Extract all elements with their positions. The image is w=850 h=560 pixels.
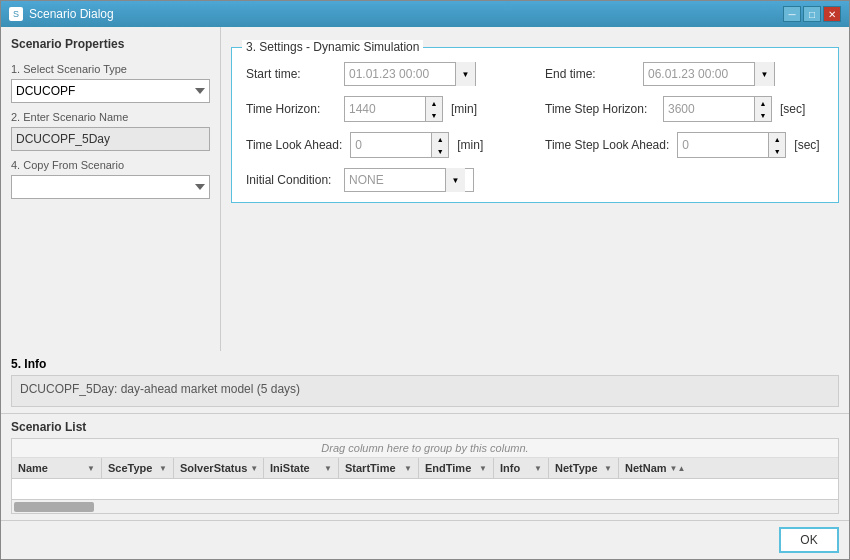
select-scenario-type-section: 1. Select Scenario Type DCUCOPF xyxy=(11,63,210,103)
col-header-starttime[interactable]: StartTime ▼ xyxy=(339,458,419,478)
minimize-button[interactable]: ─ xyxy=(783,6,801,22)
time-look-ahead-unit: [min] xyxy=(457,138,483,152)
end-time-dropdown[interactable]: ▼ xyxy=(643,62,775,86)
initial-condition-input[interactable] xyxy=(345,171,445,189)
col-nettype-arrow: ▼ xyxy=(604,464,612,473)
time-step-horizon-unit: [sec] xyxy=(780,102,805,116)
title-bar-left: S Scenario Dialog xyxy=(9,7,114,21)
time-step-horizon-spinner[interactable]: ▲ ▼ xyxy=(663,96,772,122)
start-time-input[interactable] xyxy=(345,65,455,83)
time-step-horizon-input[interactable] xyxy=(664,97,754,121)
time-step-look-ahead-row: Time Step Look Ahead: ▲ ▼ [sec] xyxy=(545,132,824,158)
title-bar: S Scenario Dialog ─ □ ✕ xyxy=(1,1,849,27)
start-time-row: Start time: ▼ xyxy=(246,62,525,86)
scenario-type-dropdown[interactable]: DCUCOPF xyxy=(11,79,210,103)
time-look-ahead-buttons: ▲ ▼ xyxy=(431,133,448,157)
horizontal-scrollbar[interactable] xyxy=(12,499,838,513)
settings-grid: Start time: ▼ End time: ▼ xyxy=(246,62,824,192)
settings-title: 3. Settings - Dynamic Simulation xyxy=(242,40,423,54)
right-panel: 3. Settings - Dynamic Simulation Start t… xyxy=(221,27,849,351)
col-inistate-arrow: ▼ xyxy=(324,464,332,473)
col-netnam-sort-icon: ▼▲ xyxy=(670,464,686,473)
initial-condition-label: Initial Condition: xyxy=(246,173,336,187)
table-columns-header: Name ▼ SceType ▼ SolverStatus ▼ IniState… xyxy=(12,458,838,479)
col-inistate-label: IniState xyxy=(270,462,310,474)
enter-name-label: 2. Enter Scenario Name xyxy=(11,111,210,123)
initial-condition-row: Initial Condition: ▼ xyxy=(246,168,525,192)
title-bar-controls: ─ □ ✕ xyxy=(783,6,841,22)
col-header-scetype[interactable]: SceType ▼ xyxy=(102,458,174,478)
scenario-name-input[interactable] xyxy=(11,127,210,151)
time-step-look-ahead-up[interactable]: ▲ xyxy=(769,133,785,145)
time-look-ahead-up[interactable]: ▲ xyxy=(432,133,448,145)
ok-button[interactable]: OK xyxy=(779,527,839,553)
time-step-look-ahead-input[interactable] xyxy=(678,133,768,157)
scroll-thumb[interactable] xyxy=(14,502,94,512)
col-header-solverstatus[interactable]: SolverStatus ▼ xyxy=(174,458,264,478)
time-step-look-ahead-unit: [sec] xyxy=(794,138,819,152)
initial-condition-placeholder xyxy=(545,168,824,192)
col-nettype-label: NetType xyxy=(555,462,598,474)
settings-box: 3. Settings - Dynamic Simulation Start t… xyxy=(231,47,839,203)
copy-from-section: 4. Copy From Scenario xyxy=(11,159,210,199)
time-step-horizon-down[interactable]: ▼ xyxy=(755,109,771,121)
col-header-netnam[interactable]: NetNam ▼▲ xyxy=(619,458,684,478)
info-content-box: DCUCOPF_5Day: day-ahead market model (5 … xyxy=(11,375,839,407)
info-outer-section: 5. Info DCUCOPF_5Day: day-ahead market m… xyxy=(1,351,849,413)
table-empty-row xyxy=(12,479,838,499)
col-header-name[interactable]: Name ▼ xyxy=(12,458,102,478)
col-solver-label: SolverStatus xyxy=(180,462,247,474)
restore-button[interactable]: □ xyxy=(803,6,821,22)
time-horizon-down[interactable]: ▼ xyxy=(426,109,442,121)
col-header-info[interactable]: Info ▼ xyxy=(494,458,549,478)
time-look-ahead-down[interactable]: ▼ xyxy=(432,145,448,157)
end-time-input[interactable] xyxy=(644,65,754,83)
start-time-dropdown[interactable]: ▼ xyxy=(344,62,476,86)
initial-condition-dropdown[interactable]: ▼ xyxy=(344,168,474,192)
col-starttime-arrow: ▼ xyxy=(404,464,412,473)
info-section-label: 5. Info xyxy=(11,357,839,371)
copy-from-dropdown[interactable] xyxy=(11,175,210,199)
col-name-arrow: ▼ xyxy=(87,464,95,473)
col-endtime-label: EndTime xyxy=(425,462,471,474)
scenario-properties-label: Scenario Properties xyxy=(11,37,210,55)
time-horizon-spinner[interactable]: ▲ ▼ xyxy=(344,96,443,122)
end-time-row: End time: ▼ xyxy=(545,62,824,86)
start-time-arrow[interactable]: ▼ xyxy=(455,62,475,86)
col-name-label: Name xyxy=(18,462,48,474)
time-step-look-ahead-spinner[interactable]: ▲ ▼ xyxy=(677,132,786,158)
initial-condition-arrow[interactable]: ▼ xyxy=(445,168,465,192)
time-look-ahead-label: Time Look Ahead: xyxy=(246,138,342,152)
col-starttime-label: StartTime xyxy=(345,462,396,474)
col-header-endtime[interactable]: EndTime ▼ xyxy=(419,458,494,478)
ok-bar: OK xyxy=(1,520,849,559)
time-horizon-buttons: ▲ ▼ xyxy=(425,97,442,121)
time-horizon-up[interactable]: ▲ xyxy=(426,97,442,109)
time-step-look-ahead-label: Time Step Look Ahead: xyxy=(545,138,669,152)
time-look-ahead-spinner[interactable]: ▲ ▼ xyxy=(350,132,449,158)
window-icon: S xyxy=(9,7,23,21)
col-header-nettype[interactable]: NetType ▼ xyxy=(549,458,619,478)
time-look-ahead-input[interactable] xyxy=(351,133,431,157)
col-scetype-arrow: ▼ xyxy=(159,464,167,473)
time-step-look-ahead-down[interactable]: ▼ xyxy=(769,145,785,157)
section-properties-title: Scenario Properties xyxy=(11,37,210,51)
col-solver-arrow: ▼ xyxy=(250,464,258,473)
time-horizon-row: Time Horizon: ▲ ▼ [min] xyxy=(246,96,525,122)
time-horizon-input[interactable] xyxy=(345,97,425,121)
drag-column-hint: Drag column here to group by this column… xyxy=(12,439,838,458)
time-step-horizon-up[interactable]: ▲ xyxy=(755,97,771,109)
end-time-label: End time: xyxy=(545,67,635,81)
time-horizon-unit: [min] xyxy=(451,102,477,116)
scenario-dialog: S Scenario Dialog ─ □ ✕ Scenario Propert… xyxy=(0,0,850,560)
close-button[interactable]: ✕ xyxy=(823,6,841,22)
col-header-inistate[interactable]: IniState ▼ xyxy=(264,458,339,478)
time-step-look-ahead-buttons: ▲ ▼ xyxy=(768,133,785,157)
end-time-arrow[interactable]: ▼ xyxy=(754,62,774,86)
left-panel: Scenario Properties 1. Select Scenario T… xyxy=(1,27,221,351)
col-scetype-label: SceType xyxy=(108,462,152,474)
scenario-table: Drag column here to group by this column… xyxy=(11,438,839,514)
start-time-label: Start time: xyxy=(246,67,336,81)
top-content: Scenario Properties 1. Select Scenario T… xyxy=(1,27,849,351)
time-look-ahead-row: Time Look Ahead: ▲ ▼ [min] xyxy=(246,132,525,158)
